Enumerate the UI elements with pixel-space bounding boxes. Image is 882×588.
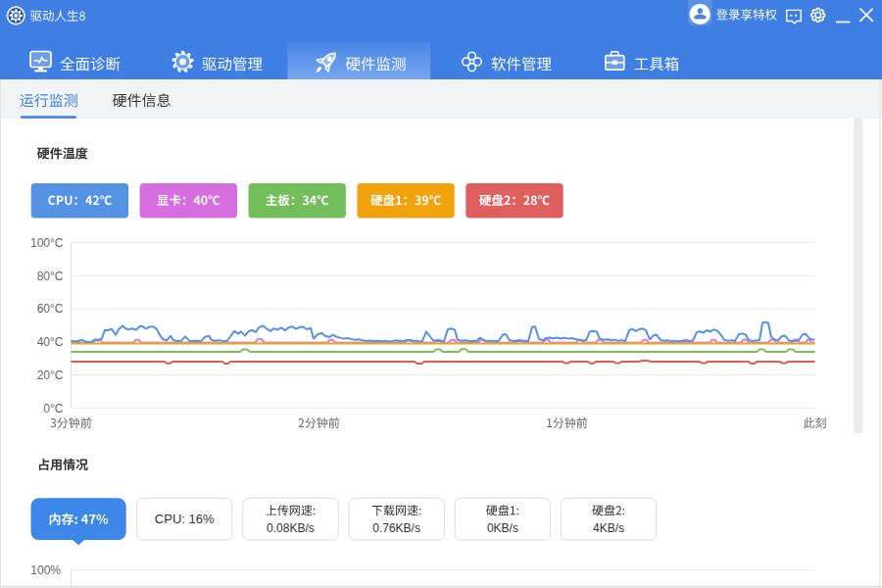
svg-text:4KB/s: 4KB/s (593, 521, 624, 535)
svg-text:CPU: 16%: CPU: 16% (155, 512, 215, 526)
svg-text:0.76KB/s: 0.76KB/s (372, 521, 420, 535)
svg-text:60°C: 60°C (37, 302, 64, 316)
svg-text:100%: 100% (30, 564, 61, 577)
svg-text:100°C: 100°C (30, 236, 64, 250)
svg-text:80°C: 80°C (37, 270, 64, 283)
svg-text:0KB/s: 0KB/s (487, 521, 518, 535)
svg-text:0.08KB/s: 0.08KB/s (267, 521, 315, 535)
svg-text:20°C: 20°C (37, 368, 64, 382)
svg-text:40°C: 40°C (37, 335, 64, 349)
svg-text:0°C: 0°C (43, 402, 63, 416)
